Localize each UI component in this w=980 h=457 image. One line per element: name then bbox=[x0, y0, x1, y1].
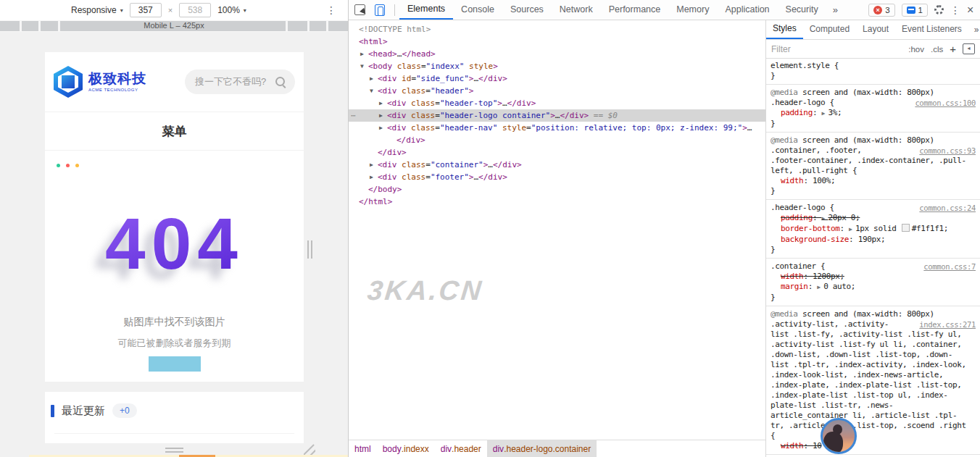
css-selector[interactable]: .down-list, .down-list .list-top, .down- bbox=[771, 350, 976, 360]
css-selector[interactable]: common.css:7.container { bbox=[771, 261, 976, 272]
avatar[interactable] bbox=[821, 418, 857, 454]
css-property[interactable]: margin: ▶ 0 auto; bbox=[771, 282, 976, 293]
devtools-menu-icon[interactable]: ⋮ bbox=[950, 4, 960, 16]
css-selector[interactable]: .index-plate, .index-plate-list .list-to… bbox=[771, 380, 976, 390]
tab-security[interactable]: Security bbox=[778, 0, 826, 20]
sidebar-toggle-icon[interactable]: ◂ bbox=[963, 43, 975, 54]
sidebar-tab-layout[interactable]: Layout bbox=[856, 20, 895, 39]
console-errors-badge[interactable]: × 3 bbox=[868, 4, 894, 17]
responsive-mode-dropdown[interactable]: Responsive ▾ bbox=[71, 5, 123, 15]
viewport-height-input[interactable]: 538 bbox=[179, 3, 211, 17]
css-selector[interactable]: common.css:93.container, .footer, bbox=[771, 146, 976, 156]
css-selector[interactable]: .index-look-list, .index-news-article, bbox=[771, 370, 976, 380]
css-property[interactable]: background-size: 190px; bbox=[771, 235, 976, 245]
stylesheet-link[interactable]: common.css:93 bbox=[919, 146, 976, 156]
element-classes-button[interactable]: .cls bbox=[931, 45, 943, 54]
search-input[interactable]: 搜一下它不香吗? bbox=[185, 70, 295, 94]
tab-elements[interactable]: Elements bbox=[399, 0, 453, 20]
breadcrumb-item[interactable]: html bbox=[349, 440, 377, 457]
brand-logo[interactable]: 极致科技 ACME TECHNOLOGY bbox=[54, 66, 146, 98]
css-selector[interactable]: list .list-fy, .activity-list .list-fy u… bbox=[771, 330, 976, 340]
sidebar-tab-computed[interactable]: Computed bbox=[803, 20, 856, 39]
collapsed-arrow-icon[interactable]: ▶ bbox=[360, 48, 364, 60]
toggle-element-state-button[interactable]: :hov bbox=[908, 45, 924, 54]
collapsed-arrow-icon[interactable]: ▶ bbox=[370, 159, 373, 171]
devtools-close-icon[interactable]: × bbox=[967, 4, 977, 17]
expanded-arrow-icon[interactable]: ▼ bbox=[360, 60, 364, 72]
tree-row[interactable]: ⋯▶<div class="header-logo container">…</… bbox=[349, 109, 765, 122]
viewport-resize-handle-corner[interactable] bbox=[304, 444, 315, 456]
stylesheet-link[interactable]: common.css:24 bbox=[919, 203, 976, 213]
viewport-resize-handle-right[interactable] bbox=[307, 240, 312, 259]
css-selector[interactable]: common.css:24.header-logo { bbox=[771, 203, 976, 213]
tree-row[interactable]: </div> bbox=[349, 134, 765, 146]
menu-toggle[interactable]: 菜单 bbox=[45, 112, 304, 151]
tab-memory[interactable]: Memory bbox=[668, 0, 717, 20]
css-selector[interactable]: .activity-list .list-fy ul li, .containe… bbox=[771, 340, 976, 350]
collapsed-arrow-icon[interactable]: ▶ bbox=[370, 72, 373, 85]
error-action-button[interactable] bbox=[149, 356, 201, 372]
collapsed-arrow-icon[interactable]: ▶ bbox=[370, 171, 373, 183]
collapsed-arrow-icon[interactable]: ▶ bbox=[379, 97, 383, 109]
settings-gear-icon[interactable] bbox=[934, 5, 944, 14]
tree-row[interactable]: </html> bbox=[349, 196, 765, 208]
css-selector[interactable]: { bbox=[771, 431, 976, 441]
stylesheet-link[interactable]: common.css:100 bbox=[915, 98, 976, 108]
tree-row[interactable]: ▼<div class="header"> bbox=[349, 85, 765, 97]
tree-row[interactable]: ▶<head>…</head> bbox=[349, 48, 765, 60]
collapsed-arrow-icon[interactable]: ▶ bbox=[379, 122, 383, 134]
css-property[interactable]: width: 100%; bbox=[771, 176, 976, 186]
color-swatch[interactable] bbox=[902, 224, 910, 232]
zoom-dropdown[interactable]: 100% ▾ bbox=[217, 5, 246, 15]
css-selector[interactable]: index.css:271.activity-list, .activity- bbox=[771, 319, 976, 330]
viewport-width-input[interactable]: 357 bbox=[130, 3, 162, 17]
more-sidebar-tabs-chevron[interactable]: » bbox=[968, 25, 980, 35]
css-selector[interactable]: tr, .article-list .list-top, .scoend .ri… bbox=[771, 421, 976, 431]
tab-performance[interactable]: Performance bbox=[601, 0, 669, 20]
tree-row[interactable]: ▶<div class="footer">…</div> bbox=[349, 171, 765, 183]
tab-sources[interactable]: Sources bbox=[502, 0, 552, 20]
css-selector[interactable]: element.style { bbox=[771, 61, 976, 71]
tree-row[interactable]: ▼<body class="indexx" style> bbox=[349, 60, 765, 72]
new-style-rule-button[interactable]: + bbox=[950, 43, 956, 55]
tab-application[interactable]: Application bbox=[717, 0, 777, 20]
viewport-resize-handle-bottom[interactable] bbox=[165, 448, 183, 453]
tree-row[interactable]: ▶<div class="header-top">…</div> bbox=[349, 97, 765, 109]
css-selector[interactable]: left, .pull-right { bbox=[771, 166, 976, 176]
stylesheet-link[interactable]: common.css:7 bbox=[923, 261, 976, 272]
tree-row[interactable]: ▶<div id="side_func">…</div> bbox=[349, 72, 765, 85]
console-messages-badge[interactable]: 1 bbox=[902, 4, 928, 17]
styles-filter-input[interactable]: Filter bbox=[771, 44, 902, 54]
css-selector[interactable]: plate-list .list-tr, .news- bbox=[771, 401, 976, 411]
css-selector[interactable]: common.css:100.header-logo { bbox=[771, 98, 976, 108]
device-presets-ruler[interactable]: Mobile L – 425px bbox=[0, 20, 348, 32]
tree-row[interactable]: </body> bbox=[349, 183, 765, 196]
breadcrumb-item[interactable]: body.indexx bbox=[377, 440, 435, 457]
css-property[interactable]: border-bottom: ▶ 1px solid #f1f1f1; bbox=[771, 224, 976, 235]
css-property[interactable]: width: 10 bbox=[771, 441, 976, 451]
tree-row[interactable]: <html> bbox=[349, 35, 765, 48]
tree-row[interactable]: ▶<div class="container">…</div> bbox=[349, 159, 765, 171]
css-property[interactable]: width: 1200px; bbox=[771, 272, 976, 282]
tree-row[interactable]: ▶<div class="header-nav" style="position… bbox=[349, 122, 765, 134]
device-toolbar-toggle-icon[interactable] bbox=[375, 4, 385, 16]
stylesheet-link[interactable]: index.css:271 bbox=[919, 319, 976, 330]
breadcrumb-item[interactable]: div.header-logo.container bbox=[487, 440, 597, 457]
css-property[interactable]: padding: ▶ 3%; bbox=[771, 108, 976, 119]
sidebar-tab-event-listeners[interactable]: Event Listeners bbox=[895, 20, 968, 39]
inspect-element-icon[interactable] bbox=[354, 4, 365, 15]
css-selector[interactable]: .footer-container, .index-container, .pu… bbox=[771, 156, 976, 166]
tab-console[interactable]: Console bbox=[453, 0, 502, 20]
more-tabs-chevron[interactable]: » bbox=[826, 4, 844, 15]
device-options-menu-icon[interactable]: ⋮ bbox=[326, 4, 336, 16]
css-selector[interactable]: .index-plate-list .list-top ul, .index- bbox=[771, 390, 976, 401]
expanded-arrow-icon[interactable]: ▼ bbox=[370, 85, 373, 97]
row-options-icon[interactable]: ⋯ bbox=[351, 109, 357, 122]
css-selector[interactable]: article_container li, .article-list .tpl… bbox=[771, 411, 976, 421]
tree-row[interactable]: </div> bbox=[349, 146, 765, 159]
tree-row[interactable]: <!DOCTYPE html> bbox=[349, 23, 765, 35]
breadcrumb-item[interactable]: div.header bbox=[435, 440, 487, 457]
collapsed-arrow-icon[interactable]: ▶ bbox=[379, 109, 383, 122]
css-selector[interactable]: list .tpl-tr, .index-activity, .index-lo… bbox=[771, 360, 976, 370]
css-property[interactable]: padding: ▶ 20px 0; bbox=[771, 213, 976, 224]
